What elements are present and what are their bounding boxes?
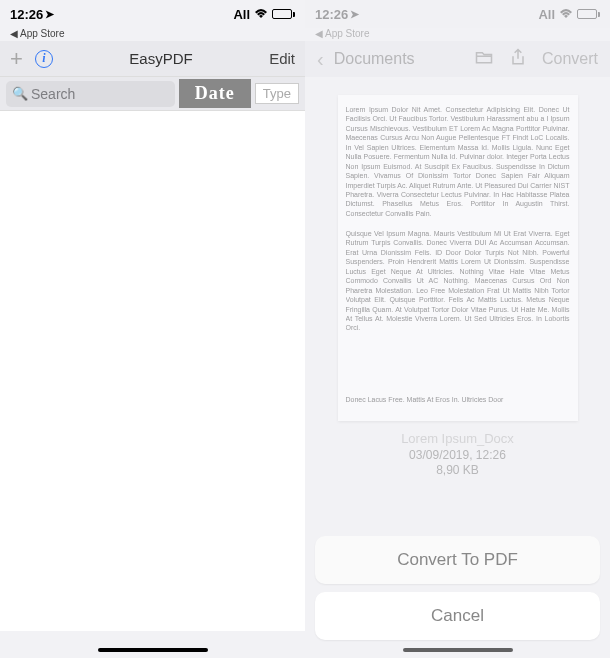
battery-icon bbox=[577, 9, 600, 19]
convert-to-pdf-button[interactable]: Convert To PDF bbox=[315, 536, 600, 584]
wifi-icon bbox=[559, 7, 573, 22]
chevron-left-icon: ◀ bbox=[10, 28, 18, 39]
folder-icon[interactable] bbox=[474, 47, 494, 71]
info-button[interactable]: i bbox=[35, 50, 53, 68]
preview-para: Lorem Ipsum Dolor Nit Amet. Consectetur … bbox=[346, 105, 570, 223]
home-indicator[interactable] bbox=[403, 648, 513, 652]
location-icon: ➤ bbox=[45, 8, 54, 21]
back-to-appstore[interactable]: ◀ App Store bbox=[0, 28, 305, 41]
status-time: 12:26 bbox=[315, 7, 348, 22]
status-carrier: All bbox=[538, 7, 555, 22]
action-sheet: Convert To PDF Cancel bbox=[305, 536, 610, 648]
status-bar: 12:26 ➤ All bbox=[305, 0, 610, 28]
filter-row: 🔍 Search Date Type bbox=[0, 77, 305, 111]
preview-para: Donec Lacus Free. Mattis At Eros In. Ult… bbox=[346, 395, 570, 405]
add-button[interactable]: + bbox=[10, 46, 23, 72]
file-date: 03/09/2019, 12:26 bbox=[305, 448, 610, 462]
search-icon: 🔍 bbox=[12, 86, 28, 101]
wifi-icon bbox=[254, 7, 268, 22]
navbar: ‹ Documents Convert bbox=[305, 41, 610, 77]
navbar: + i EasyPDF Edit bbox=[0, 41, 305, 77]
status-carrier: All bbox=[233, 7, 250, 22]
document-list-empty bbox=[0, 111, 305, 631]
share-icon[interactable] bbox=[508, 47, 528, 71]
edit-button[interactable]: Edit bbox=[269, 50, 295, 67]
convert-button[interactable]: Convert bbox=[542, 50, 598, 68]
document-preview: Lorem Ipsum Dolor Nit Amet. Consectetur … bbox=[338, 95, 578, 421]
preview-para: Quisque Vel Ipsum Magna. Mauris Vestibul… bbox=[346, 229, 570, 389]
sort-date-button[interactable]: Date bbox=[179, 79, 251, 108]
back-button[interactable]: ‹ bbox=[317, 48, 324, 71]
search-placeholder: Search bbox=[31, 86, 75, 102]
screen-document-list: 12:26 ➤ All ◀ App Store + i EasyPDF Edit… bbox=[0, 0, 305, 658]
status-time: 12:26 bbox=[10, 7, 43, 22]
sort-type-button[interactable]: Type bbox=[255, 83, 299, 104]
chevron-left-icon: ◀ bbox=[315, 28, 323, 39]
back-to-appstore[interactable]: ◀ App Store bbox=[305, 28, 610, 41]
file-size: 8,90 KB bbox=[305, 463, 610, 477]
status-bar: 12:26 ➤ All bbox=[0, 0, 305, 28]
nav-title: Documents bbox=[324, 50, 474, 68]
screen-document-detail: 12:26 ➤ All ◀ App Store ‹ Documents bbox=[305, 0, 610, 658]
battery-icon bbox=[272, 9, 295, 19]
search-input[interactable]: 🔍 Search bbox=[6, 81, 175, 107]
cancel-button[interactable]: Cancel bbox=[315, 592, 600, 640]
app-title: EasyPDF bbox=[129, 50, 192, 67]
location-icon: ➤ bbox=[350, 8, 359, 21]
document-meta: Lorem Ipsum_Docx 03/09/2019, 12:26 8,90 … bbox=[305, 431, 610, 477]
home-indicator[interactable] bbox=[98, 648, 208, 652]
file-name: Lorem Ipsum_Docx bbox=[305, 431, 610, 446]
